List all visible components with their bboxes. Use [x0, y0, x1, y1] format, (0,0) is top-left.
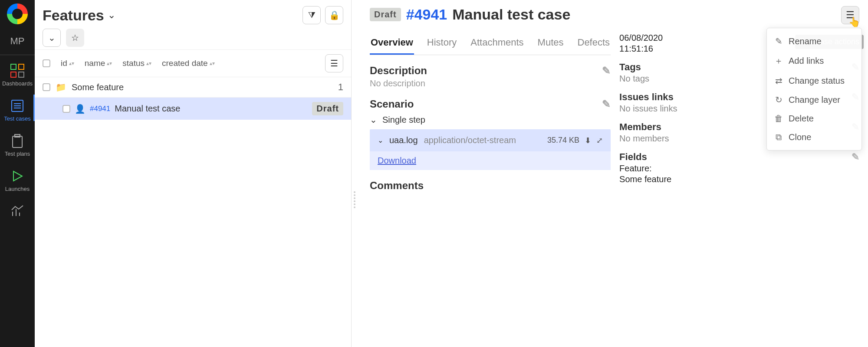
section-heading: Description — [370, 65, 427, 77]
edit-description-button[interactable]: ✎ — [602, 65, 611, 77]
edit-scenario-button[interactable]: ✎ — [602, 98, 611, 110]
tab-defects[interactable]: Defects — [577, 33, 611, 55]
analytics-icon — [10, 203, 25, 219]
tab-attachments[interactable]: Attachments — [470, 33, 524, 55]
scenario-section: Scenario ✎ ⌄ Single step ⌄ uaa.log appli… — [370, 98, 611, 170]
dashboards-icon — [10, 63, 25, 79]
action-add-links[interactable]: ＋Add links — [767, 51, 861, 71]
app-logo[interactable] — [7, 3, 28, 24]
action-clone[interactable]: ⧉Clone — [767, 128, 861, 147]
col-id[interactable]: id▴▾ — [61, 59, 74, 68]
attachment-mime: application/octet-stream — [424, 135, 516, 145]
resize-handle[interactable] — [352, 0, 358, 347]
collapse-all-button[interactable]: ⌄ — [43, 29, 61, 47]
nav-label: Test plans — [5, 151, 30, 157]
svg-rect-2 — [11, 72, 16, 77]
col-created[interactable]: created date▴▾ — [162, 59, 215, 68]
plus-icon: ＋ — [774, 55, 783, 67]
nav-label: Dashboards — [2, 80, 33, 87]
action-delete[interactable]: 🗑Delete — [767, 109, 861, 128]
feature-count: 1 — [338, 82, 343, 93]
section-heading: Comments — [370, 180, 424, 192]
tab-mutes[interactable]: Mutes — [537, 33, 565, 55]
pencil-icon: ✎ — [774, 36, 783, 46]
star-icon: ☆ — [71, 33, 79, 43]
funnel-icon: ⧩ — [308, 10, 316, 20]
attachment-size: 35.74 KB — [547, 136, 579, 145]
testcase-panel: Draft #4941 Manual test case Overview Hi… — [358, 0, 868, 347]
status-badge: Draft — [370, 8, 401, 21]
trash-icon: 🗑 — [774, 114, 783, 124]
field-label: Feature: — [619, 164, 859, 174]
action-change-layer[interactable]: ↻Change layer — [767, 90, 861, 109]
row-checkbox[interactable] — [43, 83, 50, 91]
description-value: No description — [370, 79, 611, 88]
nav-analytics[interactable] — [0, 196, 35, 224]
chevron-down-icon: ⌄ — [108, 10, 115, 21]
select-all-checkbox[interactable] — [43, 59, 50, 67]
status-badge: Draft — [312, 102, 343, 115]
tab-overview[interactable]: Overview — [370, 33, 414, 55]
field-value: Some feature — [619, 174, 859, 184]
tab-history[interactable]: History — [426, 33, 457, 55]
person-icon: 👤 — [75, 104, 85, 114]
download-icon[interactable]: ⬇ — [585, 136, 591, 145]
test-cases-icon — [10, 98, 25, 114]
features-title-dropdown[interactable]: Features ⌄ — [43, 7, 115, 24]
svg-rect-1 — [19, 64, 24, 69]
fields-block: Fields✎ Feature: Some feature — [619, 151, 859, 184]
star-button[interactable]: ☆ — [66, 29, 84, 47]
testcase-row[interactable]: 👤 #4941 Manual test case Draft — [35, 98, 351, 120]
row-checkbox[interactable] — [62, 105, 70, 113]
chevron-down-icon: ⌄ — [370, 115, 377, 125]
testcase-title: Manual test case — [452, 6, 570, 23]
filter-button[interactable]: ⧩ — [302, 6, 321, 24]
svg-rect-3 — [19, 72, 24, 77]
comments-section: Comments — [370, 180, 611, 192]
chevron-down-icon: ⌄ — [378, 136, 383, 144]
feature-name: Some feature — [72, 82, 124, 92]
svg-rect-0 — [11, 64, 16, 69]
nav-launches[interactable]: Launches — [0, 160, 35, 196]
attachment-header[interactable]: ⌄ uaa.log application/octet-stream 35.74… — [370, 129, 611, 151]
app-sidebar: MP Dashboards Test cases Test plans Laun… — [0, 0, 35, 347]
testcase-name: Manual test case — [115, 104, 180, 114]
attachment-block: ⌄ uaa.log application/octet-stream 35.74… — [370, 129, 611, 170]
attachment-name: uaa.log — [389, 135, 418, 145]
testcase-header: Draft #4941 Manual test case — [370, 6, 611, 23]
action-rename[interactable]: ✎Rename — [767, 32, 861, 51]
feature-tree: 📁 Some feature 1 👤 #4941 Manual test cas… — [35, 77, 351, 120]
sort-icon: ▴▾ — [69, 62, 74, 65]
list-view-button[interactable]: ☰ — [325, 54, 343, 72]
column-header-row: id▴▾ name▴▾ status▴▾ created date▴▾ ☰ — [35, 49, 351, 77]
scenario-step[interactable]: ⌄ Single step — [370, 115, 611, 125]
copy-icon: ⧉ — [774, 132, 783, 142]
expand-icon[interactable]: ⤢ — [596, 136, 603, 145]
actions-dropdown: ✎Rename ＋Add links ⇄Change status ↻Chang… — [766, 28, 862, 151]
edit-fields-button[interactable]: ✎ — [852, 151, 859, 163]
nav-label: Test cases — [4, 115, 30, 122]
col-status[interactable]: status▴▾ — [122, 59, 151, 68]
action-change-status[interactable]: ⇄Change status — [767, 71, 861, 90]
testcase-id[interactable]: #4941 — [406, 6, 447, 23]
refresh-icon: ↻ — [774, 95, 783, 105]
svg-marker-10 — [13, 171, 22, 181]
launches-icon — [10, 168, 25, 184]
lock-button[interactable]: 🔒 — [325, 6, 343, 24]
testcase-id[interactable]: #4941 — [90, 105, 110, 113]
workspace-badge[interactable]: MP — [0, 28, 35, 55]
test-plans-icon — [10, 133, 25, 149]
list-icon: ☰ — [330, 58, 338, 69]
nav-dashboards[interactable]: Dashboards — [0, 55, 35, 90]
feature-row[interactable]: 📁 Some feature 1 — [35, 77, 351, 98]
testcase-tabs: Overview History Attachments Mutes Defec… — [370, 33, 611, 55]
cursor-icon: 👆 — [848, 16, 860, 28]
download-link[interactable]: Download — [378, 156, 416, 165]
col-name[interactable]: name▴▾ — [85, 59, 112, 68]
chevron-down-icon: ⌄ — [48, 33, 56, 43]
nav-test-cases[interactable]: Test cases — [0, 90, 35, 125]
step-name: Single step — [382, 115, 425, 125]
swap-icon: ⇄ — [774, 75, 783, 86]
section-heading: Scenario — [370, 98, 414, 110]
nav-test-plans[interactable]: Test plans — [0, 125, 35, 160]
